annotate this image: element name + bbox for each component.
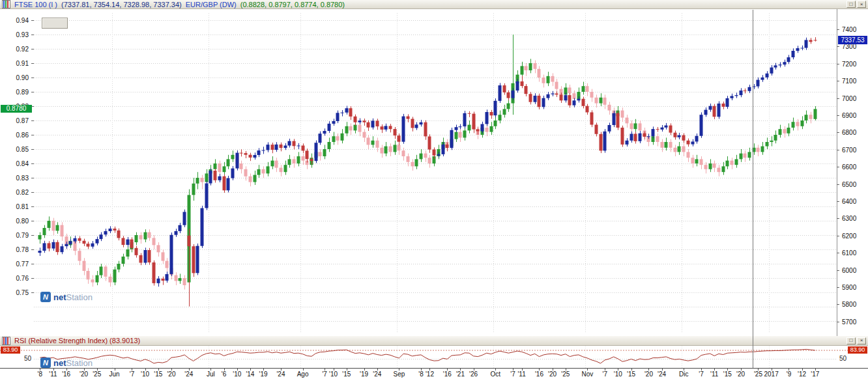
x-axis-label: '7 — [510, 371, 515, 378]
netstation-watermark: N netStation — [40, 292, 93, 302]
left-axis-label: 0.77 — [16, 260, 29, 268]
right-axis-label: 6100 — [842, 249, 857, 257]
right-axis-label: 6400 — [842, 198, 857, 205]
x-axis-label: '20 — [736, 371, 745, 378]
x-axis-label: '24 — [658, 371, 666, 378]
x-axis-label: '20 — [167, 371, 175, 378]
x-axis-label: '7 — [699, 371, 703, 378]
x-axis-label: 2017 — [764, 371, 778, 378]
rsi-line — [40, 349, 815, 363]
left-axis-label: 0.92 — [16, 46, 29, 53]
right-axis-label: 7400 — [842, 26, 857, 33]
x-axis-label: '26 — [469, 371, 478, 378]
left-axis-label: 0.75 — [16, 289, 29, 296]
rsi-titlebar: RSI (Relative Strength Index) (83.9013) … — [0, 336, 868, 346]
instrument-eurgbp-label: EUR/GBP (DW) — [186, 0, 237, 9]
x-axis-label: '20 — [80, 371, 88, 378]
axis-labels: 0.940.930.920.910.900.890.880.870.860.85… — [16, 17, 857, 326]
x-axis-label: '10 — [329, 371, 338, 378]
x-axis-label: '19 — [259, 371, 268, 378]
main-chart-titlebar: FTSE 100 (I ) (7337.81, 7354.14, 7328.98… — [0, 0, 868, 9]
left-axis-label: 0.80 — [16, 218, 29, 225]
right-axis-label: 6300 — [842, 215, 857, 222]
left-axis-label: 0.89 — [16, 89, 29, 96]
left-axis-label: 0.93 — [16, 31, 29, 38]
maximize-button[interactable]: □ — [846, 337, 856, 344]
rsi-midline-label-left: 50 — [21, 355, 31, 362]
x-axis-label: '9 — [787, 371, 791, 378]
x-axis-label: '11 — [49, 371, 57, 378]
price-chart-svg: 0.940.930.920.910.900.890.880.870.860.85… — [0, 9, 868, 336]
x-axis-label: '11 — [710, 371, 718, 378]
x-axis-label: '15 — [627, 371, 635, 378]
x-axis: '8'11'16'20'25Jun'7'10'15'20'24Jul'6'10'… — [0, 368, 868, 379]
left-axis-label: 0.91 — [16, 60, 29, 67]
x-axis-label: '17 — [811, 371, 819, 378]
x-axis-label: '7 — [602, 371, 607, 378]
x-axis-label: '10 — [233, 371, 241, 378]
chart-icon — [2, 0, 10, 8]
netstation-logo-icon: N — [40, 358, 51, 368]
x-axis-label: '6 — [222, 371, 226, 378]
x-axis-label: '16 — [443, 371, 452, 378]
indicator-icon — [2, 337, 10, 345]
netstation-logo-icon: N — [40, 292, 51, 302]
crosshair-line — [753, 10, 753, 368]
right-axis-label: 7200 — [842, 61, 857, 68]
rsi-value-marker-left: 83.90 — [1, 346, 20, 354]
right-axis-label: 6500 — [842, 181, 857, 188]
right-axis-label: 5700 — [842, 318, 857, 326]
right-axis-label: 6200 — [842, 232, 857, 240]
x-axis-label: '15 — [342, 371, 351, 378]
maximize-button[interactable]: □ — [846, 1, 856, 8]
x-axis-label: '25 — [561, 371, 570, 378]
left-axis-label: 0.84 — [16, 160, 29, 167]
x-axis-label: '15 — [154, 371, 162, 378]
right-axis-label: 7000 — [842, 95, 857, 102]
x-axis-label: '24 — [373, 371, 381, 378]
right-axis-label: 5900 — [842, 284, 857, 291]
x-axis-label: Jun — [109, 371, 120, 378]
left-axis-label: 0.86 — [16, 132, 29, 139]
titlebar-buttons: □ × — [846, 1, 866, 8]
x-axis-label: '25 — [754, 371, 762, 378]
x-axis-label: '24 — [184, 371, 193, 378]
price-chart[interactable]: 0.940.930.920.910.900.890.880.870.860.85… — [0, 9, 868, 336]
left-axis-label: 0.83 — [16, 175, 29, 182]
x-axis-label: '8 — [418, 371, 423, 378]
x-axis-label: '7 — [130, 371, 134, 378]
x-axis-label: '12 — [426, 371, 434, 378]
left-axis-label: 0.82 — [16, 189, 29, 196]
netstation-watermark: N netStation — [40, 358, 93, 368]
watermark-net: net — [53, 358, 66, 368]
watermark-net: net — [53, 292, 66, 302]
rsi-title: RSI (Relative Strength Index) (83.9013) — [14, 336, 140, 345]
watermark-station: Station — [66, 292, 93, 302]
x-axis-label: '10 — [614, 371, 622, 378]
x-axis-label: '11 — [517, 371, 525, 378]
watermark-station: Station — [66, 358, 93, 368]
instrument-ftse-label: FTSE 100 (I ) — [14, 0, 57, 9]
close-button[interactable]: × — [857, 1, 866, 8]
rsi-midline-label-right: 50 — [839, 355, 850, 362]
right-axis-label: 6000 — [842, 267, 857, 274]
x-axis-label: '20 — [548, 371, 557, 378]
instrument-ftse-ohlc: (7337.81, 7354.14, 7328.98, 7337.34) — [61, 0, 182, 9]
x-axis-label: Nov — [581, 371, 593, 378]
right-axis-label: 6600 — [842, 163, 857, 171]
rsi-indicator-chart[interactable] — [0, 346, 868, 368]
rsi-value-marker-right: 83.90 — [848, 346, 867, 354]
instrument-eurgbp-ohlc: (0.8828, 0.8797, 0.8774, 0.8780) — [240, 0, 345, 9]
ftse-price-marker: 7337.53 — [838, 36, 867, 44]
right-axis-label: 7100 — [842, 77, 857, 85]
rsi-chart-svg — [0, 346, 868, 368]
x-axis-label: '24 — [276, 371, 285, 378]
x-axis-label: '14 — [246, 371, 254, 378]
x-axis-label: '16 — [62, 371, 70, 378]
x-axis-label: '19 — [360, 371, 368, 378]
left-axis-label: 0.94 — [16, 17, 29, 24]
close-button[interactable]: × — [857, 337, 866, 344]
right-axis-label: 5800 — [842, 301, 857, 308]
x-axis-label: '7 — [322, 371, 326, 378]
x-axis-label: '25 — [93, 371, 101, 378]
